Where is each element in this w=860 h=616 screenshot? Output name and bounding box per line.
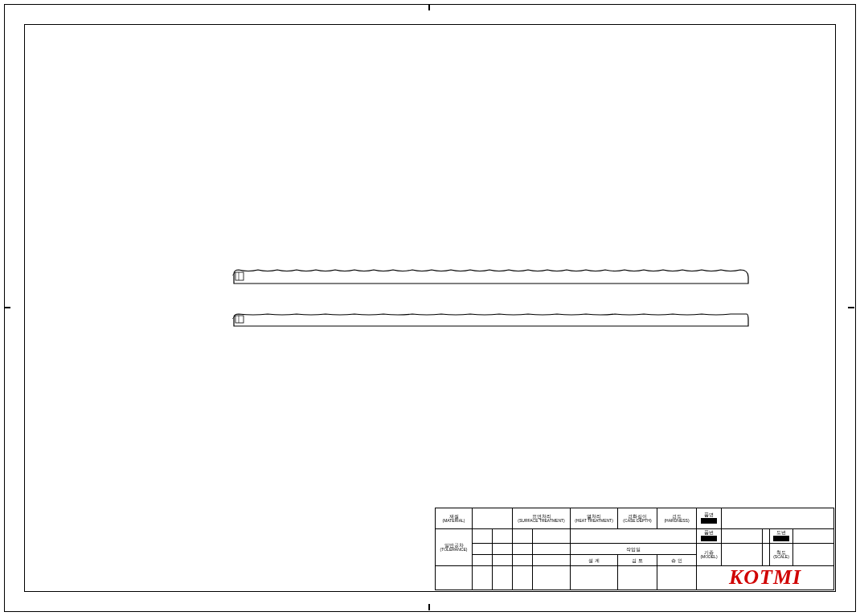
tb-design-value — [571, 566, 618, 590]
tb-tol-r4c3 — [513, 566, 533, 590]
tb-tol-r2c4 — [533, 544, 571, 555]
tb-tol-r4c2 — [493, 566, 513, 590]
tb-dwgnum-value — [793, 529, 834, 544]
tb-partnum-label: 품번 — [697, 529, 722, 544]
tb-blank-1 — [571, 529, 697, 544]
centermark-top — [428, 4, 430, 10]
tb-hardness-label: 경도 (HARDNESS) — [657, 508, 697, 529]
centermark-left — [4, 307, 10, 308]
tb-material-value — [473, 508, 513, 529]
title-block: 재질 (MATERIAL) 표면처리 (SURFACE TREATMENT) 열… — [435, 508, 834, 590]
tb-tol-r2c1 — [473, 544, 493, 555]
tb-tol-r3c1 — [473, 555, 493, 566]
drawing-area: 재질 (MATERIAL) 표면처리 (SURFACE TREATMENT) 열… — [24, 24, 834, 590]
tb-tol-r3c2 — [493, 555, 513, 566]
tb-tol-r4c0 — [436, 566, 473, 590]
tb-surface-label: 표면처리 (SURFACE TREATMENT) — [513, 508, 571, 529]
tb-partname-label: 품명 — [697, 508, 722, 529]
tb-check-label: 검 토 — [618, 555, 657, 566]
tb-model-label: 기종 (MODEL) — [697, 544, 722, 566]
tb-tol-c2 — [493, 529, 513, 544]
tb-tol-r4c1 — [473, 566, 493, 590]
tb-tol-r2c2 — [493, 544, 513, 555]
tb-tol-r3c3 — [513, 555, 533, 566]
tb-logo: KOTMI — [697, 566, 834, 590]
tb-tol-r3c4 — [533, 555, 571, 566]
part-view-bottom — [229, 312, 751, 328]
tb-gap — [763, 529, 770, 544]
tb-design-label: 설 계 — [571, 555, 618, 566]
tb-scale-label: 척도 (SCALE) — [770, 544, 793, 566]
centermark-bottom — [428, 604, 430, 610]
tb-tol-c4 — [533, 529, 571, 544]
tb-scale-value — [793, 544, 834, 566]
tb-tol-r4c4 — [533, 566, 571, 590]
tb-tol-r2c3 — [513, 544, 533, 555]
tb-tolerance-label: 일반공차 (TOLERANCE) — [436, 529, 473, 566]
svg-rect-3 — [235, 316, 244, 323]
tb-heat-label: 열처리 (HEAT TREATMENT) — [571, 508, 618, 529]
tb-gap2 — [763, 544, 770, 566]
centermark-right — [848, 307, 854, 308]
tb-check-value — [618, 566, 657, 590]
tb-casedepth-label: 경화깊이 (CASE DEPTH) — [618, 508, 657, 529]
part-view-top — [229, 267, 751, 285]
tb-material-label: 재질 (MATERIAL) — [436, 508, 473, 529]
tb-tol-c1 — [473, 529, 493, 544]
tb-approve-label: 승 인 — [657, 555, 697, 566]
tb-tol-c3 — [513, 529, 533, 544]
tb-partname-value — [722, 508, 834, 529]
tb-approve-value — [657, 566, 697, 590]
tb-model-value — [722, 544, 763, 566]
svg-rect-0 — [235, 272, 244, 280]
tb-dwgnum-label: 도번 — [770, 529, 793, 544]
tb-partnum-value — [722, 529, 763, 544]
tb-workdate-label: 작업일 — [571, 544, 697, 555]
